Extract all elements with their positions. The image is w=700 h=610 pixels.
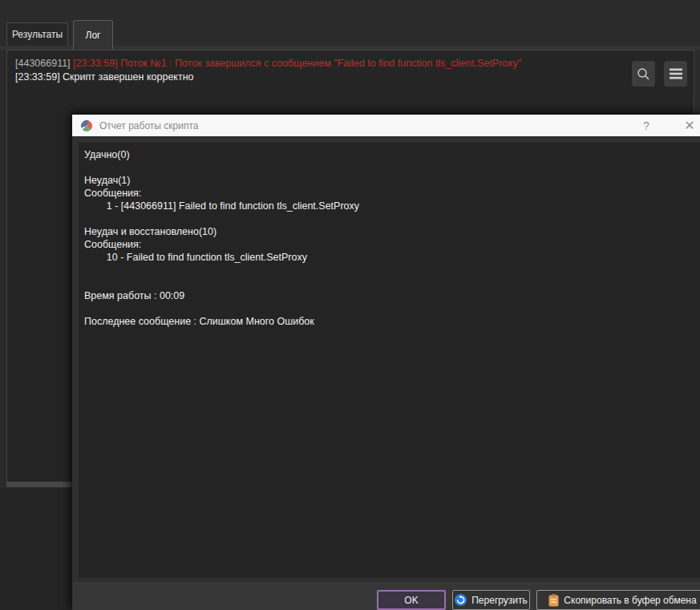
tab-log[interactable]: Лог — [73, 20, 113, 50]
menu-icon — [670, 68, 682, 79]
report-line — [84, 212, 700, 225]
report-line: Неудач и восстановлено(10) — [84, 225, 700, 238]
report-line — [84, 264, 700, 277]
report-line: Неудач(1) — [84, 174, 700, 187]
search-icon — [637, 67, 650, 81]
main-window: Результаты Лог [443066911] [23:33:59] По… — [0, 0, 700, 610]
dialog-titlebar[interactable]: Отчет работы скрипта ? ✕ — [72, 115, 700, 136]
report-line: Время работы : 00:09 — [84, 289, 700, 302]
report-line: Сообщения: — [84, 238, 700, 251]
pie-chart-icon — [80, 119, 93, 132]
report-line — [84, 277, 700, 289]
report-line — [84, 161, 700, 174]
clipboard-icon — [548, 594, 559, 607]
copy-label: Скопировать в буфер обмена — [564, 595, 696, 606]
log-thread-id: [443066911] — [15, 58, 73, 69]
tab-results[interactable]: Результаты — [6, 22, 68, 46]
log-error-message: [23:33:59] Поток №1 : Поток завершился с… — [73, 58, 521, 69]
dialog-title: Отчет работы скрипта — [99, 120, 637, 131]
log-info-message: [23:33:59] Скрипт завершен корректно — [15, 71, 686, 84]
menu-button[interactable] — [664, 61, 687, 87]
copy-button[interactable]: Скопировать в буфер обмена — [536, 590, 700, 610]
dialog-footer: OK Перегрузить — [72, 583, 700, 610]
reload-icon — [455, 594, 467, 606]
log-output: [443066911] [23:33:59] Поток №1 : Поток … — [7, 50, 694, 91]
search-button[interactable] — [632, 61, 655, 87]
report-line: Удачно(0) — [84, 148, 700, 161]
report-dialog: Отчет работы скрипта ? ✕ Удачно(0) Неуда… — [72, 115, 700, 610]
report-line: Сообщения: — [84, 187, 700, 200]
close-button[interactable]: ✕ — [681, 118, 698, 133]
report-line: 10 - Failed to find function tls_client.… — [84, 251, 700, 264]
log-line: [443066911] [23:33:59] Поток №1 : Поток … — [15, 57, 686, 71]
report-line — [84, 302, 700, 315]
report-line: 1 - [443066911] Failed to find function … — [84, 200, 700, 212]
report-line: Последнее сообщение : Слишком Много Ошиб… — [84, 315, 700, 328]
report-text-area[interactable]: Удачно(0) Неудач(1) Сообщения: 1 - [4430… — [79, 143, 700, 578]
reload-label: Перегрузить — [471, 595, 528, 606]
reload-button[interactable]: Перегрузить — [452, 590, 530, 610]
ok-button[interactable]: OK — [377, 590, 446, 610]
help-button[interactable]: ? — [637, 119, 655, 132]
dialog-body: Удачно(0) Неудач(1) Сообщения: 1 - [4430… — [72, 136, 700, 583]
